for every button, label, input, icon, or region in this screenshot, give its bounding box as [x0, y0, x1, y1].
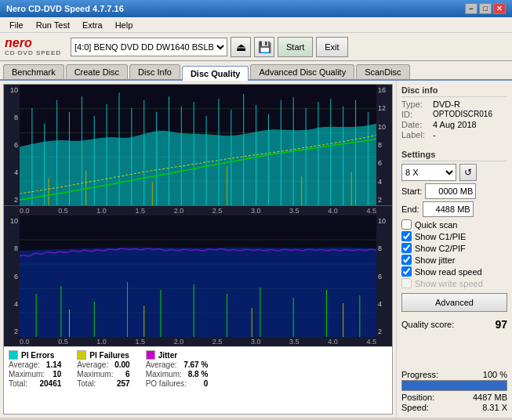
pi-errors-total-value: 20461 [40, 379, 62, 388]
stat-jitter: Jitter Average: 7.67 % Maximum: 8.8 % PO… [146, 350, 209, 388]
show-jitter-checkbox[interactable] [401, 255, 412, 265]
y-axis-right-bottom: 10 8 6 4 2 [376, 215, 392, 337]
pi-failures-avg-label: Average: [77, 360, 108, 369]
jitter-avg-value: 7.67 % [183, 360, 208, 369]
pi-errors-avg-row: Average: 1.14 [9, 360, 61, 369]
save-button[interactable]: 💾 [254, 37, 274, 57]
logo-subtitle: CD·DVD SPEED [5, 49, 61, 56]
toolbar: nero CD·DVD SPEED [4:0] BENQ DVD DD DW16… [0, 33, 512, 61]
start-input[interactable] [425, 183, 476, 199]
disc-id-value: OPTODISCR016 [433, 110, 492, 119]
pi-failures-max-value: 6 [125, 370, 130, 378]
pi-errors-total-row: Total: 20461 [9, 379, 61, 388]
advanced-button[interactable]: Advanced [401, 293, 507, 312]
progress-bar-row: Progress: 100 % [401, 370, 507, 379]
show-read-checkbox[interactable] [401, 266, 412, 277]
chart-svg-top [20, 85, 376, 205]
tab-disc-info[interactable]: Disc Info [129, 64, 180, 79]
jitter-legend: Jitter [146, 350, 209, 360]
stats-bar: PI Errors Average: 1.14 Maximum: 10 Tota… [4, 346, 392, 391]
eject-button[interactable]: ⏏ [231, 37, 251, 57]
quality-score-value: 97 [495, 318, 507, 331]
jitter-po-label: PO failures: [146, 379, 187, 388]
show-write-label: Show write speed [415, 279, 483, 288]
menu-help[interactable]: Help [109, 19, 140, 31]
pi-failures-legend: PI Failures [77, 350, 129, 360]
show-jitter-label: Show jitter [415, 255, 455, 265]
show-c2-checkbox[interactable] [401, 243, 412, 253]
progress-bar-fill [402, 381, 507, 390]
jitter-po-value: 0 [204, 379, 209, 388]
progress-label: Progress: [401, 370, 438, 379]
tab-advanced-disc-quality[interactable]: Advanced Disc Quality [250, 64, 354, 79]
show-c2-label: Show C2/PIF [415, 244, 466, 253]
maximize-button[interactable]: □ [479, 3, 492, 14]
position-row: Position: 4487 MB [401, 393, 507, 402]
jitter-po-row: PO failures: 0 [146, 379, 209, 388]
menu-run-test[interactable]: Run Test [30, 19, 76, 31]
speed-label: Speed: [401, 403, 429, 412]
pi-failures-box [77, 350, 86, 360]
refresh-button[interactable]: ↺ [459, 164, 477, 181]
tab-benchmark[interactable]: Benchmark [3, 64, 64, 79]
chart-pi-errors: 10 8 6 4 2 16 12 10 8 6 4 2 [4, 85, 392, 206]
right-panel: Disc info Type: DVD-R ID: OPTODISCR016 D… [396, 81, 512, 418]
tab-create-disc[interactable]: Create Disc [66, 64, 128, 79]
menu-file[interactable]: File [3, 19, 30, 31]
speed-value: 8.31 X [482, 403, 507, 412]
y-axis-left-bottom: 10 8 6 4 2 [4, 215, 20, 337]
end-label: End: [401, 205, 419, 214]
disc-info-section: Disc info Type: DVD-R ID: OPTODISCR016 D… [401, 85, 507, 140]
speed-selector[interactable]: 8 X [401, 164, 456, 181]
show-c1-row: Show C1/PIE [401, 231, 507, 241]
disc-type-value: DVD-R [433, 100, 460, 109]
chart-jitter: 10 8 6 4 2 10 8 6 4 2 [4, 215, 392, 337]
show-write-row: Show write speed [401, 278, 507, 288]
show-c1-checkbox[interactable] [401, 231, 412, 241]
start-button[interactable]: Start [278, 37, 313, 57]
tab-bar: Benchmark Create Disc Disc Info Disc Qua… [0, 61, 512, 81]
title-bar: Nero CD-DVD Speed 4.7.7.16 − □ ✕ [0, 0, 512, 17]
y-axis-right-top: 16 12 10 8 6 4 2 [376, 85, 392, 205]
stat-pi-failures: PI Failures Average: 0.00 Maximum: 6 Tot… [77, 350, 129, 388]
position-label: Position: [401, 393, 434, 402]
quick-scan-checkbox[interactable] [401, 219, 412, 230]
disc-id-row: ID: OPTODISCR016 [401, 110, 507, 119]
jitter-avg-label: Average: [146, 360, 177, 369]
show-c1-label: Show C1/PIE [415, 232, 466, 241]
menu-extra[interactable]: Extra [76, 19, 109, 31]
minimize-button[interactable]: − [465, 3, 478, 14]
show-c2-row: Show C2/PIF [401, 243, 507, 253]
disc-date-value: 4 Aug 2018 [433, 120, 477, 129]
jitter-max-value: 8.8 % [188, 370, 209, 378]
disc-id-label: ID: [401, 110, 430, 119]
disc-type-label: Type: [401, 100, 430, 109]
jitter-avg-row: Average: 7.67 % [146, 360, 209, 369]
pi-errors-total-label: Total: [9, 379, 27, 388]
jitter-box [146, 350, 155, 360]
pi-errors-max-label: Maximum: [9, 370, 45, 378]
close-button[interactable]: ✕ [493, 3, 506, 14]
pi-failures-total-value: 257 [117, 379, 130, 388]
title-bar-left: Nero CD-DVD Speed 4.7.7.16 [6, 4, 124, 13]
quick-scan-label: Quick scan [415, 220, 457, 230]
app-title: Nero CD-DVD Speed 4.7.7.16 [6, 4, 124, 13]
progress-section: Progress: 100 % Position: 4487 MB Speed:… [401, 370, 507, 413]
x-labels-top: 0.0 0.5 1.0 1.5 2.0 2.5 3.0 3.5 4.0 4.5 [4, 206, 392, 215]
title-controls: − □ ✕ [465, 3, 506, 14]
start-row: Start: [401, 183, 507, 199]
end-input[interactable] [423, 201, 474, 217]
pi-errors-label: PI Errors [21, 351, 54, 360]
settings-section: Settings 8 X ↺ Start: End: Quick scan [401, 150, 507, 312]
drive-selector[interactable]: [4:0] BENQ DVD DD DW1640 BSLB [71, 38, 227, 56]
pi-errors-box [9, 350, 18, 360]
tab-scandisc[interactable]: ScanDisc [356, 64, 409, 79]
tab-disc-quality[interactable]: Disc Quality [182, 66, 249, 81]
disc-date-label: Date: [401, 120, 430, 129]
settings-title: Settings [401, 150, 507, 161]
exit-button[interactable]: Exit [316, 37, 347, 57]
jitter-max-label: Maximum: [146, 370, 182, 378]
show-write-checkbox[interactable] [401, 278, 412, 288]
show-read-label: Show read speed [415, 267, 482, 277]
pi-failures-max-label: Maximum: [77, 370, 113, 378]
